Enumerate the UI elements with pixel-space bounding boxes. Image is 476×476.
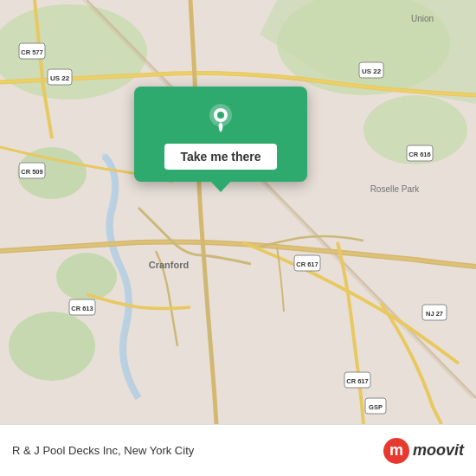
- svg-text:NJ 27: NJ 27: [426, 310, 443, 318]
- moovit-logo: m moovit: [383, 438, 464, 464]
- svg-text:CR 616: CR 616: [408, 151, 430, 158]
- bottom-bar: R & J Pool Decks Inc, New York City m mo…: [0, 424, 476, 476]
- popup-card: Take me there: [134, 87, 307, 182]
- moovit-m-icon: m: [383, 438, 409, 464]
- svg-text:US 22: US 22: [362, 68, 382, 75]
- svg-point-35: [217, 112, 224, 119]
- svg-text:CR 617: CR 617: [346, 377, 368, 385]
- svg-text:GSP: GSP: [369, 403, 383, 411]
- svg-text:CR 617: CR 617: [296, 261, 318, 268]
- map-svg: US 22 US 22 CR 577 CR 509 CR 613 CR 616 …: [0, 0, 476, 424]
- svg-text:US 22: US 22: [50, 74, 70, 82]
- svg-point-6: [56, 253, 117, 301]
- svg-point-7: [9, 312, 95, 381]
- location-pin-icon: [204, 102, 237, 135]
- map-container: US 22 US 22 CR 577 CR 509 CR 613 CR 616 …: [0, 0, 476, 424]
- moovit-text: moovit: [413, 441, 464, 460]
- svg-text:Roselle Park: Roselle Park: [370, 184, 421, 194]
- take-me-there-button[interactable]: Take me there: [164, 144, 276, 170]
- location-label: R & J Pool Decks Inc, New York City: [12, 444, 194, 457]
- svg-text:CR 577: CR 577: [21, 48, 42, 56]
- svg-text:CR 509: CR 509: [21, 168, 42, 176]
- svg-text:Union: Union: [411, 14, 434, 23]
- svg-text:CR 613: CR 613: [71, 305, 93, 312]
- svg-text:Cranford: Cranford: [149, 260, 189, 270]
